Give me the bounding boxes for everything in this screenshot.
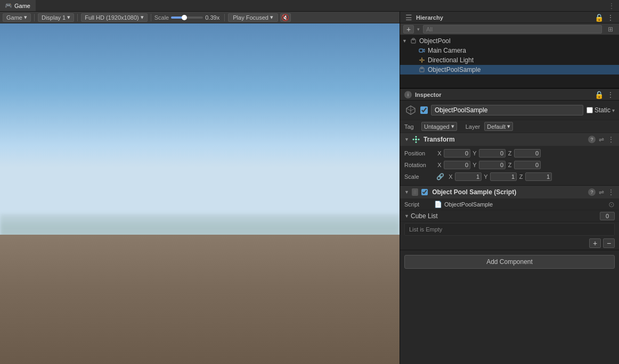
- tree-item-maincamera-label: Main Camera: [428, 47, 466, 54]
- svg-point-15: [418, 139, 420, 140]
- rotation-row: Rotation X Y Z: [404, 160, 615, 170]
- hierarchy-search-input[interactable]: [423, 25, 602, 34]
- game-tab-label: Game: [14, 3, 30, 9]
- layer-value: Default: [487, 123, 506, 130]
- transform-header[interactable]: ▼ Transform ? ⇌: [400, 133, 619, 146]
- hierarchy-dots-icon[interactable]: ⋮: [606, 13, 615, 22]
- scale-x-input[interactable]: [455, 172, 482, 181]
- scale-z-input[interactable]: [525, 172, 552, 181]
- directionallight-icon: [418, 56, 426, 64]
- tag-dropdown[interactable]: Untagged ▾: [421, 122, 457, 131]
- scale-lock-icon: 🔗: [436, 173, 444, 180]
- list-empty-row: List is Empty: [404, 223, 615, 236]
- transform-menu-button[interactable]: ⋮: [607, 136, 615, 143]
- display-dropdown-label: Display 1: [42, 14, 66, 21]
- tree-item-directionallight[interactable]: Directional Light: [400, 55, 619, 65]
- scale-y-axis: Y: [483, 173, 489, 180]
- hierarchy-add-arrow: ▾: [417, 27, 420, 32]
- script-component-header[interactable]: ▼ # Object Pool Sample (Script) ? ⇌ ⋮: [400, 186, 619, 198]
- inspector-info-icon: i: [404, 91, 412, 98]
- rotation-x-axis: X: [436, 162, 443, 168]
- tree-item-objectpool[interactable]: ▼ ObjectPool: [400, 36, 619, 46]
- list-add-button[interactable]: +: [589, 238, 601, 248]
- svg-point-13: [416, 142, 417, 143]
- inspector-panel: i Inspector 🔒 ⋮: [400, 89, 619, 364]
- rotation-y-axis: Y: [471, 162, 478, 168]
- game-dropdown[interactable]: Game ▾: [3, 13, 31, 22]
- position-x-input[interactable]: [444, 149, 470, 158]
- toolbar-divider-1: [34, 14, 35, 21]
- resolution-dropdown[interactable]: Full HD (1920x1080) ▾: [81, 13, 148, 22]
- game-dropdown-arrow: ▾: [24, 14, 27, 21]
- script-help-button[interactable]: ?: [588, 188, 596, 196]
- object-enabled-checkbox[interactable]: [420, 106, 428, 114]
- hierarchy-toolbar: + ▾ ⊞: [400, 23, 619, 35]
- hierarchy-expand-icon[interactable]: ⊞: [605, 25, 616, 34]
- svg-point-14: [413, 139, 414, 140]
- viewport-sky: [0, 23, 400, 245]
- svg-point-11: [415, 138, 417, 140]
- script-label: Script: [404, 201, 431, 208]
- object-name-field[interactable]: [431, 105, 583, 115]
- hierarchy-tree: ▼ ObjectPool: [400, 35, 619, 88]
- hierarchy-lock-icon[interactable]: 🔒: [594, 13, 603, 22]
- add-component-button[interactable]: Add Component: [404, 255, 615, 269]
- hierarchy-menu-icon: ☰: [404, 13, 413, 22]
- transform-help-button[interactable]: ?: [588, 136, 596, 143]
- transform-component: ▼ Transform ? ⇌: [400, 133, 619, 186]
- transform-preset-button[interactable]: ⇌: [598, 136, 605, 143]
- position-z-input[interactable]: [514, 149, 541, 158]
- rotation-label: Rotation: [404, 162, 436, 168]
- position-y-input[interactable]: [479, 149, 506, 158]
- tree-item-maincamera[interactable]: Main Camera: [400, 46, 619, 55]
- game-dropdown-label: Game: [6, 14, 22, 21]
- game-tab[interactable]: 🎮 Game: [0, 0, 36, 11]
- position-y-axis: Y: [471, 150, 478, 156]
- position-row: Position X Y Z: [404, 148, 615, 159]
- scale-value: 0.39x: [205, 14, 221, 21]
- script-hash-icon: #: [412, 188, 418, 196]
- inspector-header: i Inspector 🔒 ⋮: [400, 89, 619, 101]
- list-empty-text: List is Empty: [409, 226, 442, 233]
- scale-z-axis: Z: [518, 173, 524, 180]
- add-component-area: Add Component: [400, 250, 619, 273]
- static-label: Static: [594, 106, 610, 114]
- tag-arrow: ▾: [451, 123, 454, 130]
- layer-dropdown[interactable]: Default ▾: [484, 122, 513, 131]
- inspector-body: Static ▾ Tag Untagged ▾ Layer Default ▾: [400, 101, 619, 364]
- cube-list-count[interactable]: 0: [600, 212, 615, 220]
- script-file-row: Script 📄 ObjectPoolSample ⊙: [400, 198, 619, 210]
- tree-item-directionallight-label: Directional Light: [428, 56, 474, 64]
- cube-list-label: Cube List: [411, 212, 600, 220]
- game-panel: Game ▾ Display 1 ▾ Full HD (1920x1080) ▾…: [0, 12, 400, 364]
- toolbar-divider-3: [151, 14, 151, 21]
- script-menu-button[interactable]: ⋮: [607, 188, 615, 196]
- script-preset-button[interactable]: ⇌: [598, 188, 605, 196]
- rotation-z-input[interactable]: [514, 161, 541, 169]
- tree-item-objectpoolsample[interactable]: ObjectPoolSample: [400, 65, 619, 75]
- display-dropdown[interactable]: Display 1 ▾: [38, 13, 74, 22]
- toolbar-divider-4: [224, 14, 225, 21]
- rotation-y-input[interactable]: [479, 161, 506, 169]
- inspector-dots-icon[interactable]: ⋮: [606, 90, 615, 99]
- script-component-arrow: ▼: [404, 189, 410, 195]
- hierarchy-add-button[interactable]: +: [403, 25, 414, 34]
- scale-fields: 🔗 X Y Z: [436, 172, 615, 181]
- tree-item-objectpool-label: ObjectPool: [419, 37, 451, 45]
- hierarchy-panel: ☰ Hierarchy 🔒 ⋮ + ▾ ⊞ ▼: [400, 12, 619, 89]
- list-remove-button[interactable]: −: [603, 238, 615, 248]
- cube-list-arrow[interactable]: ▼: [404, 213, 411, 219]
- tab-drag-handle: ⋮: [604, 2, 619, 10]
- script-goto-icon[interactable]: ⊙: [608, 200, 615, 209]
- static-arrow[interactable]: ▾: [612, 107, 615, 113]
- scale-y-input[interactable]: [490, 172, 517, 181]
- mute-button[interactable]: 🔇: [280, 13, 291, 22]
- rotation-x-input[interactable]: [444, 161, 470, 169]
- scale-slider[interactable]: [171, 16, 203, 19]
- static-checkbox[interactable]: [587, 107, 593, 113]
- tag-label: Tag: [404, 123, 417, 130]
- script-enabled-checkbox[interactable]: [421, 189, 428, 195]
- focused-play-button[interactable]: Play Focused ▾: [228, 13, 278, 22]
- hierarchy-title: Hierarchy: [416, 14, 591, 21]
- inspector-lock-icon[interactable]: 🔒: [594, 90, 603, 99]
